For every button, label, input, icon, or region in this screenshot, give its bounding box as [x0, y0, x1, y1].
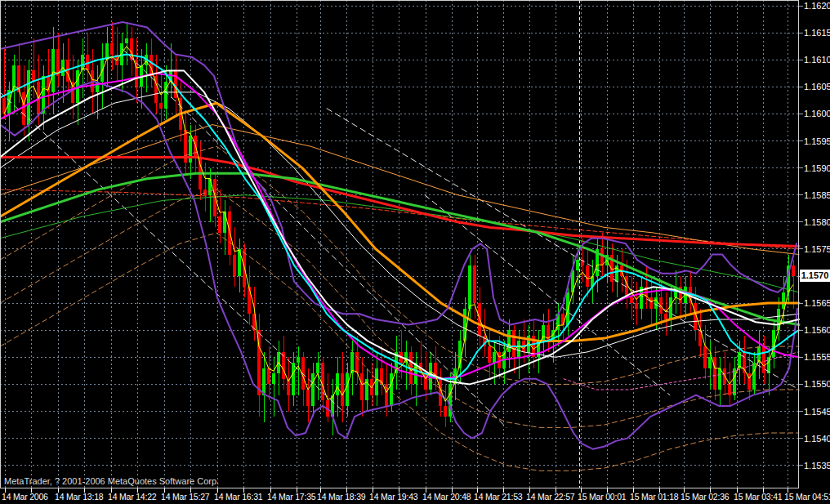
time-axis-label: 14 Mar 17:35: [267, 492, 316, 502]
price-axis-label: 1.1555: [804, 352, 830, 362]
bull-candle-body: [718, 368, 721, 390]
bear-candle-body: [159, 103, 163, 109]
bull-candle-body: [782, 292, 785, 309]
bear-candle-body: [32, 70, 35, 81]
current-price-tag: 1.1570: [800, 270, 830, 282]
bull-candle-body: [468, 265, 471, 309]
bear-candle-body: [228, 212, 231, 255]
bear-candle-body: [473, 265, 476, 303]
bull-candle-body: [311, 373, 315, 406]
bear-candle-body: [360, 373, 364, 400]
bear-candle-body: [355, 352, 359, 373]
bull-candle-body: [297, 357, 300, 363]
bear-candle-body: [341, 373, 344, 406]
price-axis-label: 1.1580: [804, 217, 830, 227]
bull-candle-body: [262, 368, 266, 395]
time-axis-label: 14 Mar 15:27: [161, 492, 210, 502]
price-axis-label: 1.1605: [804, 82, 830, 91]
price-axis-label: 1.1560: [804, 325, 830, 335]
price-axis-label: 1.1595: [804, 136, 830, 146]
price-axis-label: 1.1590: [804, 163, 830, 173]
bear-candle-body: [664, 314, 667, 319]
bear-candle-body: [649, 297, 653, 308]
time-axis-label: 14 Mar 22:57: [526, 492, 575, 502]
bear-candle-body: [203, 190, 207, 195]
bear-candle-body: [713, 357, 716, 390]
bear-candle-body: [444, 406, 447, 417]
time-axis-label: 14 Mar 20:48: [422, 492, 471, 502]
price-axis-label: 1.1550: [804, 379, 830, 389]
time-axis-label: 14 Mar 14:22: [108, 492, 157, 502]
bull-candle-body: [292, 363, 295, 395]
bear-candle-body: [586, 265, 589, 287]
bear-candle-body: [488, 346, 491, 363]
price-axis-label: 1.1615: [804, 28, 830, 38]
time-axis-label: 15 Mar 02:36: [681, 492, 730, 502]
metatrader-chart-window: 14 Mar 200614 Mar 13:1814 Mar 14:2214 Ma…: [0, 0, 830, 504]
bear-candle-body: [728, 384, 731, 395]
bull-candle-body: [346, 373, 349, 406]
price-axis-label: 1.1600: [804, 109, 830, 118]
time-axis-label: 14 Mar 2006: [2, 492, 48, 502]
indicator-overlays: [0, 22, 799, 471]
bull-candle-body: [669, 297, 672, 319]
bull-candle-body: [708, 357, 712, 368]
bull-candle-body: [576, 260, 579, 270]
time-axis-label: 15 Mar 00:01: [578, 492, 627, 502]
bull-candle-body: [752, 363, 756, 390]
bear-candle-body: [630, 297, 633, 303]
chart-canvas[interactable]: 14 Mar 200614 Mar 13:1814 Mar 14:2214 Ma…: [0, 0, 830, 504]
bull-candle-body: [51, 49, 55, 92]
bull-candle-body: [125, 38, 128, 44]
price-axis[interactable]: 1.16201.16151.16101.16051.16001.15951.15…: [799, 1, 830, 471]
bear-candle-body: [110, 43, 114, 54]
bull-candle-body: [517, 341, 520, 357]
time-axis-label: 15 Mar 03:41: [734, 492, 783, 502]
bear-candle-body: [233, 255, 236, 276]
red-dashed-line: [0, 190, 799, 249]
bull-candle-body: [493, 352, 496, 363]
price-axis-label: 1.1585: [804, 190, 830, 200]
ma-green-thin: [0, 195, 799, 292]
time-axis-label: 15 Mar 01:18: [630, 492, 679, 502]
plot-border: [1, 1, 799, 488]
bull-candle-body: [223, 212, 226, 233]
ma-orange-thin: [0, 125, 799, 255]
time-axis-label: 14 Mar 16:31: [214, 492, 263, 502]
bear-candle-body: [218, 216, 221, 233]
bull-candle-body: [272, 373, 275, 384]
bear-candle-body: [600, 249, 604, 265]
time-axis-label: 15 Mar 04:51: [784, 492, 830, 502]
bear-candle-body: [743, 352, 746, 373]
bear-candle-body: [561, 314, 564, 324]
bear-candle-body: [703, 346, 707, 368]
time-axis-label: 14 Mar 19:43: [369, 492, 418, 502]
bear-candle-body: [321, 363, 324, 400]
bull-candle-body: [164, 82, 167, 109]
bear-candle-body: [22, 92, 25, 125]
time-axis-label: 14 Mar 18:39: [317, 492, 366, 502]
bull-candle-body: [390, 373, 393, 406]
price-axis-label: 1.1540: [804, 434, 830, 444]
ma-magenta: [0, 74, 799, 379]
bear-candle-body: [512, 330, 515, 357]
bear-candle-body: [213, 179, 216, 216]
price-axis-label: 1.1620: [804, 1, 830, 11]
bull-candle-body: [566, 292, 569, 325]
price-axis-label: 1.1535: [804, 461, 830, 471]
bull-candle-body: [316, 363, 319, 373]
price-axis-label: 1.1575: [804, 244, 830, 254]
bull-candle-body: [189, 136, 192, 163]
orange-fan-dash-2: [0, 190, 799, 427]
price-axis-label: 1.1565: [804, 298, 830, 308]
time-axis[interactable]: 14 Mar 200614 Mar 13:1814 Mar 14:2214 Ma…: [2, 488, 830, 502]
bear-candle-body: [635, 303, 638, 309]
bear-candle-body: [267, 368, 270, 385]
ma-white-thick: [0, 70, 799, 384]
grid-lines: [0, 0, 799, 488]
time-axis-label: 14 Mar 13:18: [55, 492, 104, 502]
price-axis-label: 1.1610: [804, 55, 830, 65]
bear-candle-body: [306, 390, 310, 406]
bull-candle-body: [733, 368, 736, 395]
time-axis-label: 14 Mar 21:53: [474, 492, 523, 502]
